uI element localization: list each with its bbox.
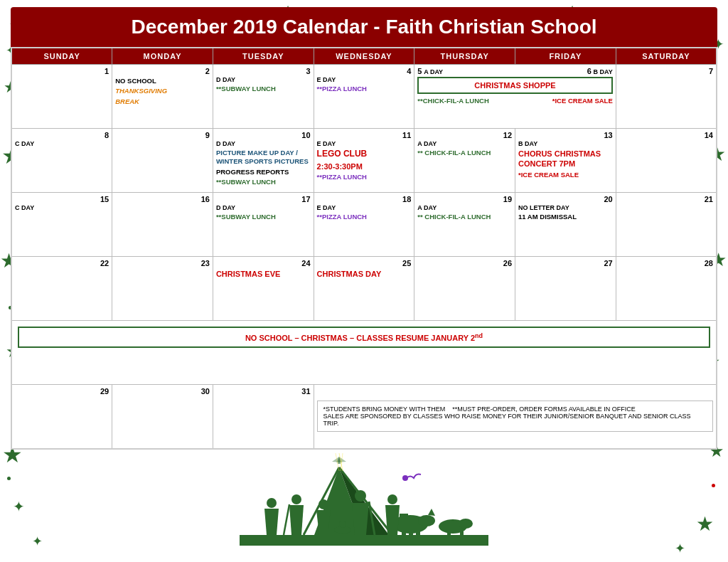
day-28: 28 xyxy=(616,257,717,321)
col-sunday: SUNDAY xyxy=(11,48,112,65)
day-29: 29 xyxy=(11,385,112,449)
event: *ICE CREAM SALE xyxy=(552,97,613,105)
svg-rect-25 xyxy=(460,530,464,536)
calendar-table: SUNDAY MONDAY TUESDAY WEDNESDAY THURSDAY… xyxy=(11,47,717,450)
day-2: 2 NO SCHOOL THANKSGIVING BREAK xyxy=(112,65,213,129)
christmas-shoppe-box: CHRISTMAS SHOPPE xyxy=(417,77,612,94)
col-wednesday: WEDNESDAY xyxy=(314,48,414,65)
event: **PIZZA LUNCH xyxy=(317,173,412,181)
svg-rect-0 xyxy=(240,535,488,546)
svg-rect-19 xyxy=(409,529,413,536)
event: PROGRESS REPORTS xyxy=(216,168,311,176)
svg-marker-13 xyxy=(289,505,304,535)
col-friday: FRIDAY xyxy=(515,48,616,65)
event: **PIZZA LUNCH xyxy=(317,85,412,93)
day-23: 23 xyxy=(112,257,213,321)
calendar-title: December 2019 Calendar - Faith Christian… xyxy=(11,7,717,47)
day-10: 10 D DAY PICTURE MAKE UP DAY / WINTER SP… xyxy=(213,129,314,193)
week-row-3: 15 C DAY 16 17 D DAY **SUBWAY LUNCH xyxy=(11,193,717,257)
day-4: 4 E DAY **PIZZA LUNCH xyxy=(314,65,414,129)
event: **SUBWAY LUNCH xyxy=(216,213,311,221)
event: 2:30-3:30PM xyxy=(317,161,412,171)
day-31: 31 xyxy=(213,385,314,449)
week-row-1: 1 2 NO SCHOOL THANKSGIVING BREAK 3 D DAY xyxy=(11,65,717,129)
col-monday: MONDAY xyxy=(112,48,213,65)
day-26: 26 xyxy=(414,257,515,321)
svg-point-27 xyxy=(387,494,397,504)
day-16: 16 xyxy=(112,193,213,257)
event: NO SCHOOL xyxy=(115,77,210,85)
day-3: 3 D DAY **SUBWAY LUNCH xyxy=(213,65,314,129)
day-14: 14 xyxy=(616,129,717,193)
calendar-wrapper: December 2019 Calendar - Faith Christian… xyxy=(0,0,728,559)
christmas-day: CHRISTMAS DAY xyxy=(317,269,412,279)
week-row-4: 22 23 24 CHRISTMAS EVE 25 CHRIS xyxy=(11,257,717,321)
svg-point-15 xyxy=(267,498,277,508)
event: THANKSGIVING xyxy=(115,87,210,95)
week-row-2: 8 C DAY 9 10 D DAY PICTURE MAKE UP DAY /… xyxy=(11,129,717,193)
day-11: 11 E DAY LEGO CLUB 2:30-3:30PM **PIZZA L… xyxy=(314,129,414,193)
svg-rect-29 xyxy=(400,514,408,521)
day-7: 7 xyxy=(616,65,717,129)
day-24: 24 CHRISTMAS EVE xyxy=(213,257,314,321)
no-school-banner: NO SCHOOL – CHRISTMAS – CLASSES RESUME J… xyxy=(18,327,710,348)
event: **SUBWAY LUNCH xyxy=(216,85,311,93)
col-tuesday: TUESDAY xyxy=(213,48,314,65)
no-school-banner-row: NO SCHOOL – CHRISTMAS – CLASSES RESUME J… xyxy=(11,321,717,385)
col-thursday: THURSDAY xyxy=(414,48,515,65)
christmas-eve: CHRISTMAS EVE xyxy=(216,269,311,279)
day-21: 21 xyxy=(616,193,717,257)
chorus-concert: CHORUS CHRISTMAS CONCERT 7PM xyxy=(518,149,613,169)
svg-point-33 xyxy=(402,475,408,481)
svg-point-12 xyxy=(291,494,301,504)
svg-point-7 xyxy=(318,499,328,509)
footer-note-cell: *STUDENTS BRING MONEY WITH THEM **MUST P… xyxy=(314,385,717,449)
svg-marker-22 xyxy=(428,509,435,516)
event: *ICE CREAM SALE xyxy=(518,171,613,179)
day-19: 19 A DAY ** CHICK-FIL-A LUNCH xyxy=(414,193,515,257)
svg-marker-10 xyxy=(352,503,369,535)
event: **CHICK-FIL-A LUNCH xyxy=(417,97,488,105)
day-15: 15 C DAY xyxy=(11,193,112,257)
svg-rect-24 xyxy=(447,530,451,536)
event: ** CHICK-FIL-A LUNCH xyxy=(417,213,512,221)
day-25: 25 CHRISTMAS DAY xyxy=(314,257,414,321)
day-18: 18 E DAY **PIZZA LUNCH xyxy=(314,193,414,257)
event: ** CHICK-FIL-A LUNCH xyxy=(417,149,512,157)
day-27: 27 xyxy=(515,257,616,321)
svg-point-26 xyxy=(459,519,473,529)
svg-point-21 xyxy=(418,515,435,526)
nativity-section xyxy=(11,450,717,552)
svg-point-6 xyxy=(339,521,346,528)
event: 11 AM DISMISSAL xyxy=(518,213,613,221)
day-13: 13 B DAY CHORUS CHRISTMAS CONCERT 7PM *I… xyxy=(515,129,616,193)
svg-marker-28 xyxy=(385,505,400,535)
day-8: 8 C DAY xyxy=(11,129,112,193)
svg-line-14 xyxy=(284,504,289,535)
event: **PIZZA LUNCH xyxy=(317,213,412,221)
day-20: 20 NO LETTER DAY 11 AM DISMISSAL xyxy=(515,193,616,257)
event: BREAK xyxy=(115,97,210,106)
event: **SUBWAY LUNCH xyxy=(216,178,311,186)
day-17: 17 D DAY **SUBWAY LUNCH xyxy=(213,193,314,257)
day-1: 1 xyxy=(11,65,112,129)
day-9: 9 xyxy=(112,129,213,193)
event: LEGO CLUB xyxy=(317,149,412,160)
event: PICTURE MAKE UP DAY / WINTER SPORTS PICT… xyxy=(216,149,311,166)
day-22: 22 xyxy=(11,257,112,321)
svg-marker-16 xyxy=(264,509,279,535)
day-5-6-christmas-shoppe: 5 A DAY 6 B DAY CHRISTMAS SHOPPE xyxy=(414,65,616,129)
week-row-5: 29 30 31 *STUDENTS BRING MONEY WITH THEM… xyxy=(11,385,717,449)
svg-rect-20 xyxy=(416,528,420,536)
day-12: 12 A DAY ** CHICK-FIL-A LUNCH xyxy=(414,129,515,193)
footer-note: *STUDENTS BRING MONEY WITH THEM **MUST P… xyxy=(317,401,713,432)
svg-point-9 xyxy=(355,490,366,502)
svg-rect-18 xyxy=(402,528,406,536)
no-school-banner-cell: NO SCHOOL – CHRISTMAS – CLASSES RESUME J… xyxy=(11,321,717,385)
col-saturday: SATURDAY xyxy=(616,48,717,65)
nativity-svg xyxy=(240,453,488,546)
day-30: 30 xyxy=(112,385,213,449)
